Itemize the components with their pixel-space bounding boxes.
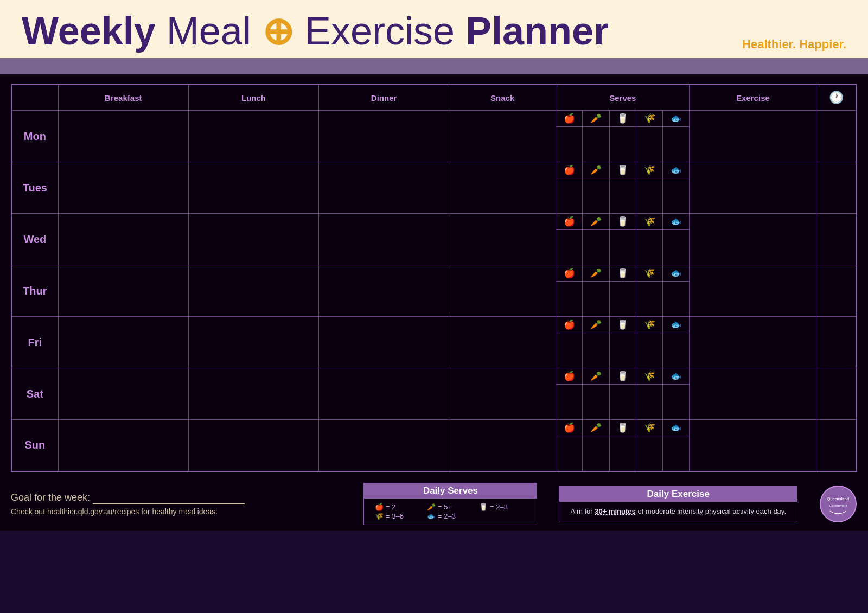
lunch-thur[interactable] [188, 265, 318, 317]
snack-mon[interactable] [449, 111, 556, 162]
clock-tues[interactable] [816, 162, 857, 214]
serves-data-thur-2[interactable] [609, 282, 636, 317]
lunch-mon[interactable] [188, 111, 318, 162]
snack-wed[interactable] [449, 214, 556, 265]
exercise-mon[interactable] [690, 111, 816, 162]
serves-icon-mon-3: 🌾 [636, 111, 662, 127]
lunch-sat[interactable] [188, 368, 318, 420]
serves-data-fri-0[interactable] [556, 333, 583, 368]
clock-mon[interactable] [816, 111, 857, 162]
exercise-thur[interactable] [690, 265, 816, 317]
icon-subrow-wed: Wed🍎🥕🥛🌾🐟 [11, 214, 857, 230]
serves-data-wed-3[interactable] [636, 230, 662, 265]
serves-data-mon-1[interactable] [583, 127, 609, 162]
table-header-row: Breakfast Lunch Dinner Snack Serves Exer… [11, 85, 857, 111]
footer: Goal for the week: Check out healthier.q… [0, 478, 868, 531]
breakfast-sun[interactable] [58, 420, 188, 471]
serves-data-sat-3[interactable] [636, 385, 662, 420]
col-header-exercise: Exercise [690, 85, 816, 111]
serves-data-tues-4[interactable] [663, 178, 690, 214]
serves-item-protein: 🐟 = 2–3 [427, 512, 474, 520]
exercise-wed[interactable] [690, 214, 816, 265]
serves-data-sat-2[interactable] [609, 385, 636, 420]
serves-icon-thur-1: 🥕 [583, 265, 609, 282]
breakfast-tues[interactable] [58, 162, 188, 214]
breakfast-sat[interactable] [58, 368, 188, 420]
day-label-thur: Thur [11, 265, 58, 317]
serves-data-tues-3[interactable] [636, 178, 662, 214]
dinner-thur[interactable] [319, 265, 449, 317]
serves-icon-wed-0: 🍎 [556, 214, 583, 230]
icon-subrow-sun: Sun🍎🥕🥛🌾🐟 [11, 420, 857, 436]
serves-data-sat-1[interactable] [583, 385, 609, 420]
serves-icon-sat-2: 🥛 [609, 368, 636, 385]
breakfast-fri[interactable] [58, 317, 188, 368]
serves-data-fri-3[interactable] [636, 333, 662, 368]
exercise-sat[interactable] [690, 368, 816, 420]
snack-thur[interactable] [449, 265, 556, 317]
serves-data-wed-2[interactable] [609, 230, 636, 265]
dinner-fri[interactable] [319, 317, 449, 368]
daily-exercise-title: Daily Exercise [559, 487, 797, 502]
serves-icon-fri-3: 🌾 [636, 317, 662, 333]
snack-tues[interactable] [449, 162, 556, 214]
footer-left: Goal for the week: Check out healthier.q… [11, 492, 342, 516]
serves-data-sat-0[interactable] [556, 385, 583, 420]
serves-data-fri-4[interactable] [663, 333, 690, 368]
serves-data-tues-2[interactable] [609, 178, 636, 214]
snack-sat[interactable] [449, 368, 556, 420]
lunch-wed[interactable] [188, 214, 318, 265]
breakfast-thur[interactable] [58, 265, 188, 317]
serves-data-mon-3[interactable] [636, 127, 662, 162]
exercise-tues[interactable] [690, 162, 816, 214]
exercise-sun[interactable] [690, 420, 816, 471]
exercise-fri[interactable] [690, 317, 816, 368]
serves-data-mon-2[interactable] [609, 127, 636, 162]
clock-fri[interactable] [816, 317, 857, 368]
serves-data-tues-0[interactable] [556, 178, 583, 214]
clock-wed[interactable] [816, 214, 857, 265]
snack-fri[interactable] [449, 317, 556, 368]
serves-data-sat-4[interactable] [663, 385, 690, 420]
dinner-mon[interactable] [319, 111, 449, 162]
serves-data-fri-2[interactable] [609, 333, 636, 368]
dinner-sun[interactable] [319, 420, 449, 471]
breakfast-wed[interactable] [58, 214, 188, 265]
clock-icon: 🕐 [829, 91, 844, 104]
serves-data-tues-1[interactable] [583, 178, 609, 214]
dinner-sat[interactable] [319, 368, 449, 420]
serves-data-wed-0[interactable] [556, 230, 583, 265]
snack-sun[interactable] [449, 420, 556, 471]
serves-icon-fri-4: 🐟 [663, 317, 690, 333]
lunch-tues[interactable] [188, 162, 318, 214]
serves-icon-sun-3: 🌾 [636, 420, 662, 436]
clock-sat[interactable] [816, 368, 857, 420]
serves-data-wed-1[interactable] [583, 230, 609, 265]
lunch-sun[interactable] [188, 420, 318, 471]
lunch-fri[interactable] [188, 317, 318, 368]
serves-data-sun-1[interactable] [583, 436, 609, 471]
day-label-sat: Sat [11, 368, 58, 420]
serves-data-thur-1[interactable] [583, 282, 609, 317]
serves-data-sun-3[interactable] [636, 436, 662, 471]
serves-data-thur-0[interactable] [556, 282, 583, 317]
dinner-wed[interactable] [319, 214, 449, 265]
serves-data-sun-2[interactable] [609, 436, 636, 471]
serves-data-fri-1[interactable] [583, 333, 609, 368]
serves-data-sun-4[interactable] [663, 436, 690, 471]
goal-underline[interactable] [93, 492, 245, 504]
serves-data-wed-4[interactable] [663, 230, 690, 265]
clock-sun[interactable] [816, 420, 857, 471]
serves-icon-mon-2: 🥛 [609, 111, 636, 127]
daily-serves-content: 🍎 = 2 🥕 = 5+ 🥛 = 2–3 🌾 = 3–6 🐟 = 2–3 [375, 503, 526, 520]
dinner-tues[interactable] [319, 162, 449, 214]
goal-label: Goal for the week: [11, 492, 342, 504]
serves-icon-tues-2: 🥛 [609, 162, 636, 178]
serves-data-mon-0[interactable] [556, 127, 583, 162]
serves-data-sun-0[interactable] [556, 436, 583, 471]
breakfast-mon[interactable] [58, 111, 188, 162]
serves-data-thur-3[interactable] [636, 282, 662, 317]
clock-thur[interactable] [816, 265, 857, 317]
serves-data-thur-4[interactable] [663, 282, 690, 317]
serves-data-mon-4[interactable] [663, 127, 690, 162]
